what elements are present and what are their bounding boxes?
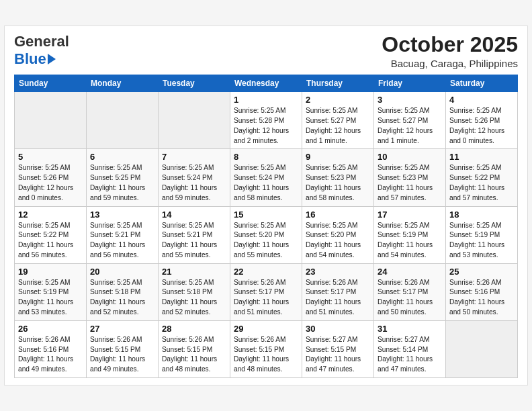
calendar-cell: 9Sunrise: 5:25 AMSunset: 5:23 PMDaylight… (302, 149, 374, 206)
day-number: 3 (378, 95, 442, 105)
day-info: Sunrise: 5:25 AMSunset: 5:22 PMDaylight:… (449, 163, 514, 203)
day-info: Sunrise: 5:26 AMSunset: 5:17 PMDaylight:… (306, 278, 370, 318)
calendar-week-row: 12Sunrise: 5:25 AMSunset: 5:22 PMDayligh… (15, 206, 518, 263)
calendar-week-row: 26Sunrise: 5:26 AMSunset: 5:16 PMDayligh… (15, 320, 518, 377)
day-number: 21 (162, 267, 226, 277)
day-info: Sunrise: 5:25 AMSunset: 5:28 PMDaylight:… (234, 106, 298, 146)
day-number: 6 (90, 152, 154, 162)
day-number: 16 (306, 210, 370, 220)
calendar-cell: 3Sunrise: 5:25 AMSunset: 5:27 PMDaylight… (374, 92, 446, 149)
day-info: Sunrise: 5:25 AMSunset: 5:25 PMDaylight:… (90, 163, 154, 203)
calendar-cell: 6Sunrise: 5:25 AMSunset: 5:25 PMDaylight… (87, 149, 159, 206)
calendar-cell (15, 92, 87, 149)
day-info: Sunrise: 5:26 AMSunset: 5:17 PMDaylight:… (234, 278, 298, 318)
calendar-cell: 30Sunrise: 5:27 AMSunset: 5:15 PMDayligh… (302, 320, 374, 377)
calendar-cell (159, 92, 230, 149)
logo-general: General (14, 33, 69, 50)
logo-arrow-icon (48, 54, 56, 64)
calendar-cell: 11Sunrise: 5:25 AMSunset: 5:22 PMDayligh… (446, 149, 518, 206)
calendar-cell: 21Sunrise: 5:25 AMSunset: 5:18 PMDayligh… (159, 263, 230, 320)
month-title: October 2025 (382, 33, 518, 56)
calendar-cell: 14Sunrise: 5:25 AMSunset: 5:21 PMDayligh… (159, 206, 230, 263)
day-info: Sunrise: 5:25 AMSunset: 5:19 PMDaylight:… (449, 221, 514, 261)
calendar-header-row: Sunday Monday Tuesday Wednesday Thursday… (15, 75, 518, 92)
day-info: Sunrise: 5:25 AMSunset: 5:27 PMDaylight:… (378, 106, 442, 146)
calendar-week-row: 1Sunrise: 5:25 AMSunset: 5:28 PMDaylight… (15, 92, 518, 149)
day-info: Sunrise: 5:25 AMSunset: 5:24 PMDaylight:… (234, 163, 298, 203)
calendar-container: General Blue October 2025 Bacuag, Caraga… (4, 26, 528, 385)
calendar-cell: 16Sunrise: 5:25 AMSunset: 5:20 PMDayligh… (302, 206, 374, 263)
day-info: Sunrise: 5:25 AMSunset: 5:22 PMDaylight:… (18, 221, 83, 261)
calendar-cell: 17Sunrise: 5:25 AMSunset: 5:19 PMDayligh… (374, 206, 446, 263)
day-number: 17 (378, 210, 442, 220)
day-info: Sunrise: 5:27 AMSunset: 5:15 PMDaylight:… (306, 335, 370, 375)
day-number: 24 (378, 267, 442, 277)
col-wednesday: Wednesday (230, 75, 302, 92)
calendar-table: Sunday Monday Tuesday Wednesday Thursday… (14, 75, 518, 378)
calendar-cell: 31Sunrise: 5:27 AMSunset: 5:14 PMDayligh… (374, 320, 446, 377)
day-info: Sunrise: 5:27 AMSunset: 5:14 PMDaylight:… (378, 335, 442, 375)
day-number: 20 (90, 267, 154, 277)
day-info: Sunrise: 5:25 AMSunset: 5:27 PMDaylight:… (306, 106, 370, 146)
calendar-cell: 2Sunrise: 5:25 AMSunset: 5:27 PMDaylight… (302, 92, 374, 149)
day-info: Sunrise: 5:25 AMSunset: 5:26 PMDaylight:… (18, 163, 83, 203)
day-number: 28 (162, 324, 226, 334)
day-info: Sunrise: 5:26 AMSunset: 5:15 PMDaylight:… (234, 335, 298, 375)
day-number: 31 (378, 324, 442, 334)
day-info: Sunrise: 5:25 AMSunset: 5:18 PMDaylight:… (162, 278, 226, 318)
calendar-week-row: 19Sunrise: 5:25 AMSunset: 5:19 PMDayligh… (15, 263, 518, 320)
day-number: 7 (162, 152, 226, 162)
calendar-cell: 18Sunrise: 5:25 AMSunset: 5:19 PMDayligh… (446, 206, 518, 263)
day-number: 14 (162, 210, 226, 220)
col-tuesday: Tuesday (159, 75, 230, 92)
day-number: 30 (306, 324, 370, 334)
day-info: Sunrise: 5:26 AMSunset: 5:15 PMDaylight:… (162, 335, 226, 375)
calendar-cell: 15Sunrise: 5:25 AMSunset: 5:20 PMDayligh… (230, 206, 302, 263)
calendar-cell: 13Sunrise: 5:25 AMSunset: 5:21 PMDayligh… (87, 206, 159, 263)
day-info: Sunrise: 5:25 AMSunset: 5:20 PMDaylight:… (306, 221, 370, 261)
location-title: Bacuag, Caraga, Philippines (382, 58, 518, 69)
calendar-cell: 27Sunrise: 5:26 AMSunset: 5:15 PMDayligh… (87, 320, 159, 377)
day-info: Sunrise: 5:25 AMSunset: 5:21 PMDaylight:… (162, 221, 226, 261)
calendar-cell: 20Sunrise: 5:25 AMSunset: 5:18 PMDayligh… (87, 263, 159, 320)
day-info: Sunrise: 5:25 AMSunset: 5:19 PMDaylight:… (378, 221, 442, 261)
calendar-cell (87, 92, 159, 149)
day-info: Sunrise: 5:26 AMSunset: 5:15 PMDaylight:… (90, 335, 154, 375)
day-number: 15 (234, 210, 298, 220)
day-number: 9 (306, 152, 370, 162)
day-info: Sunrise: 5:25 AMSunset: 5:21 PMDaylight:… (90, 221, 154, 261)
calendar-cell: 25Sunrise: 5:26 AMSunset: 5:16 PMDayligh… (446, 263, 518, 320)
calendar-cell: 5Sunrise: 5:25 AMSunset: 5:26 PMDaylight… (15, 149, 87, 206)
calendar-cell: 24Sunrise: 5:26 AMSunset: 5:17 PMDayligh… (374, 263, 446, 320)
day-number: 2 (306, 95, 370, 105)
day-number: 10 (378, 152, 442, 162)
day-number: 26 (18, 324, 83, 334)
day-info: Sunrise: 5:26 AMSunset: 5:16 PMDaylight:… (18, 335, 83, 375)
col-saturday: Saturday (446, 75, 518, 92)
calendar-cell: 8Sunrise: 5:25 AMSunset: 5:24 PMDaylight… (230, 149, 302, 206)
col-monday: Monday (87, 75, 159, 92)
day-number: 5 (18, 152, 83, 162)
calendar-cell: 19Sunrise: 5:25 AMSunset: 5:19 PMDayligh… (15, 263, 87, 320)
calendar-cell: 23Sunrise: 5:26 AMSunset: 5:17 PMDayligh… (302, 263, 374, 320)
logo-blue: Blue (14, 50, 46, 68)
title-block: October 2025 Bacuag, Caraga, Philippines (382, 33, 518, 69)
calendar-cell: 22Sunrise: 5:26 AMSunset: 5:17 PMDayligh… (230, 263, 302, 320)
day-info: Sunrise: 5:25 AMSunset: 5:18 PMDaylight:… (90, 278, 154, 318)
col-friday: Friday (374, 75, 446, 92)
day-number: 13 (90, 210, 154, 220)
day-number: 4 (449, 95, 514, 105)
day-info: Sunrise: 5:25 AMSunset: 5:23 PMDaylight:… (306, 163, 370, 203)
col-sunday: Sunday (15, 75, 87, 92)
day-info: Sunrise: 5:25 AMSunset: 5:24 PMDaylight:… (162, 163, 226, 203)
day-info: Sunrise: 5:25 AMSunset: 5:23 PMDaylight:… (378, 163, 442, 203)
col-thursday: Thursday (302, 75, 374, 92)
day-info: Sunrise: 5:26 AMSunset: 5:16 PMDaylight:… (449, 278, 514, 318)
calendar-cell: 28Sunrise: 5:26 AMSunset: 5:15 PMDayligh… (159, 320, 230, 377)
day-number: 27 (90, 324, 154, 334)
day-info: Sunrise: 5:25 AMSunset: 5:19 PMDaylight:… (18, 278, 83, 318)
calendar-cell: 7Sunrise: 5:25 AMSunset: 5:24 PMDaylight… (159, 149, 230, 206)
day-number: 18 (449, 210, 514, 220)
day-number: 1 (234, 95, 298, 105)
day-number: 8 (234, 152, 298, 162)
